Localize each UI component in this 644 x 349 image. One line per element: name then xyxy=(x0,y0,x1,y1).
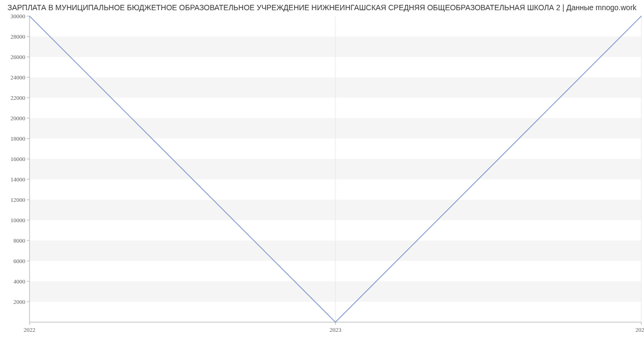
x-tick-label: 2024 xyxy=(635,326,644,333)
y-tick-label: 8000 xyxy=(13,237,26,244)
x-tick-label: 2022 xyxy=(24,326,35,333)
y-tick-label: 26000 xyxy=(11,54,26,60)
y-tick-label: 22000 xyxy=(11,94,26,101)
y-tick-label: 4000 xyxy=(13,278,26,285)
y-tick-label: 28000 xyxy=(11,33,26,40)
y-tick-label: 10000 xyxy=(11,217,26,223)
y-tick-label: 30000 xyxy=(11,13,26,19)
y-tick-label: 24000 xyxy=(11,74,26,81)
y-tick-label: 12000 xyxy=(11,197,26,203)
y-tick-label: 20000 xyxy=(11,115,26,121)
y-tick-label: 2000 xyxy=(13,299,26,305)
y-tick-label: 6000 xyxy=(13,258,26,264)
y-tick-label: 18000 xyxy=(11,135,26,142)
chart-container: ЗАРПЛАТА В МУНИЦИПАЛЬНОЕ БЮДЖЕТНОЕ ОБРАЗ… xyxy=(0,0,644,349)
y-tick-label: 16000 xyxy=(11,156,26,162)
y-tick-label: 14000 xyxy=(11,176,26,183)
chart-svg: 2000400060008000100001200014000160001800… xyxy=(0,0,644,349)
x-tick-label: 2023 xyxy=(330,326,342,333)
